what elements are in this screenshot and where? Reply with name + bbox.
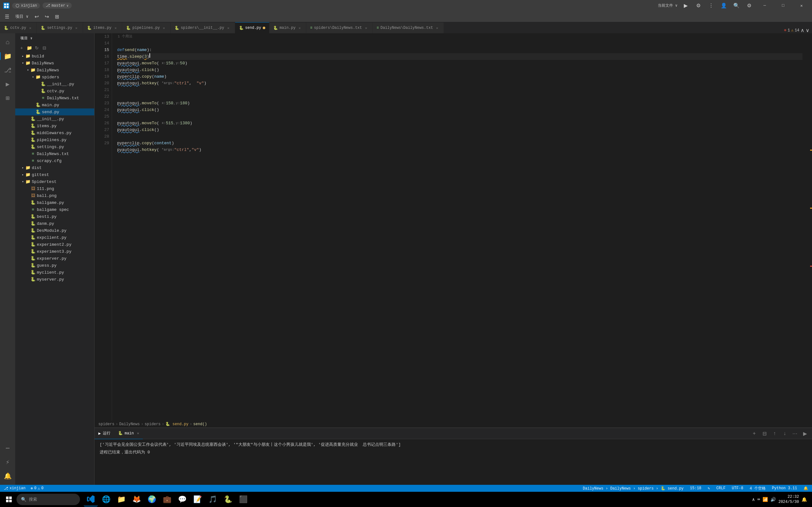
breadcrumb-item[interactable]: spiders [98,422,114,427]
status-line-ending[interactable]: CRLF [715,485,727,492]
tree-item[interactable]: 🐍settings.py [15,143,94,150]
tree-item[interactable]: 🐍ballgame.py [15,199,94,206]
project-label[interactable]: 项目 ∨ [13,14,31,19]
tab-close-btn[interactable]: ✕ [297,25,302,31]
tree-item[interactable]: 🐍besti.py [15,213,94,220]
maximize-button[interactable]: □ [776,0,791,11]
tab-items[interactable]: 🐍 items.py ✕ [83,22,122,33]
status-indent[interactable]: 4 个空格 [748,485,767,492]
current-file-label[interactable]: 当前文件 ∨ [658,3,677,8]
status-notifications-icon[interactable]: 🔔 [802,485,809,492]
tree-item[interactable]: ≡DailyNews.txt [15,95,94,102]
tab-main[interactable]: 🐍 main.py ✕ [269,22,306,33]
tree-item[interactable]: 🐍experiment3.py [15,248,94,255]
workspace-name[interactable]: xinjian [12,3,40,9]
tray-up-arrow[interactable]: ∧ [752,497,755,502]
more-button[interactable]: ⋮ [707,1,716,10]
taskbar-app-python[interactable]: 🐍 [221,493,235,506]
tree-item[interactable]: 🐍guess.py [15,262,94,269]
status-git-branch[interactable]: ⎇ xinjian [3,485,27,492]
activity-remote[interactable]: ⚡ [1,456,14,468]
tab-dailynews[interactable]: ≡ DailyNews\DailyNews.txt ✕ [373,22,444,33]
status-language[interactable]: Python 3.11 [771,485,798,492]
taskbar-app-browser[interactable]: 🦊 [130,493,143,506]
tray-notifications[interactable]: 🔔 [802,497,807,502]
tree-item[interactable]: 🐍__init__.py [15,115,94,122]
tree-item[interactable]: ≡ballgame spec [15,206,94,213]
global-search-button[interactable]: 🔍 [732,1,741,10]
tree-item[interactable]: ≡scrapy.cfg [15,157,94,164]
account-button[interactable]: 👤 [719,1,728,10]
tree-item[interactable]: 🐍send.py [15,108,94,115]
tab-send[interactable]: 🐍 send.py [235,22,269,33]
tree-item[interactable]: 🐍pipelines.py [15,136,94,143]
new-folder-button[interactable]: 📁 [26,44,33,52]
tab-spiders_init[interactable]: 🐍 spiders\__init__.py ✕ [171,22,235,33]
tree-item[interactable]: 🐍main.py [15,102,94,108]
redo-button[interactable]: ↪ [43,12,51,21]
tree-item[interactable]: 🐍__init__.py [15,80,94,88]
taskbar-app-edge[interactable]: 🌐 [99,493,113,506]
sidebar-toggle-button[interactable]: ☰ [3,12,11,21]
tab-close-btn[interactable]: ✕ [28,25,33,31]
panel-run-button[interactable]: ▶ [801,429,809,438]
terminal-scroll-down[interactable]: ↓ [780,429,789,438]
terminal-scroll-up[interactable]: ↑ [770,429,779,438]
status-path[interactable]: DailyNews › DailyNews › spiders › 🐍 send… [581,485,685,492]
refresh-button[interactable]: ↻ [33,44,41,52]
tab-close-btn[interactable]: ✕ [74,25,79,31]
taskbar-app-terminal[interactable]: ⬛ [236,493,250,506]
status-encoding[interactable]: UTF-8 [730,485,745,492]
status-position[interactable]: 15:18 [689,485,703,492]
tray-keyboard[interactable]: ⌨ [757,497,760,502]
tree-item[interactable]: ▸📁build [15,53,94,60]
tree-item[interactable]: 🐍middlewares.py [15,129,94,136]
tree-item[interactable]: ▸📁gittest [15,171,94,178]
tree-item[interactable]: ▾📁DailyNews [15,60,94,67]
tree-item[interactable]: ▾📁DailyNews [15,67,94,73]
breadcrumb-spiders[interactable]: spiders [145,422,161,427]
tab-cctv[interactable]: 🐍 cctv.py ✕ [0,22,37,33]
taskbar-app-chat[interactable]: 💬 [175,493,189,506]
activity-more[interactable]: ⋯ [1,442,14,454]
tab-close-btn[interactable]: ✕ [435,25,440,31]
tray-wifi[interactable]: 📶 [762,497,768,502]
status-errors[interactable]: ⊗ 0 ⚠ 0 [29,485,45,492]
run-button[interactable]: ▶ [681,1,690,10]
taskbar-app-music[interactable]: 🎵 [206,493,219,506]
tab-close-btn[interactable]: ✕ [364,25,369,31]
close-button[interactable]: ✕ [794,0,809,11]
taskbar-app-word[interactable]: 📝 [190,493,204,506]
minimize-button[interactable]: ─ [757,0,772,11]
breadcrumb-dailynews[interactable]: DailyNews [119,422,140,427]
tree-item[interactable]: 🐍myserver.py [15,276,94,283]
panel-chevron-up[interactable]: ∧ [801,27,804,33]
collapse-all-button[interactable]: ⊟ [41,44,48,52]
minimap-scrollbar[interactable] [808,33,812,421]
undo-button[interactable]: ↩ [32,12,41,21]
terminal-split-button[interactable]: ⊟ [760,429,769,438]
activity-source-control[interactable]: ⎇ [1,64,14,76]
branch-selector[interactable]: ⎇ master ∨ [43,3,71,9]
tree-item[interactable]: 🐍items.py [15,122,94,129]
panel-chevron-down[interactable]: ∨ [806,27,809,33]
tree-item[interactable]: ▸📁dist [15,164,94,171]
breadcrumb-file[interactable]: 🐍 send.py [165,422,189,427]
start-button[interactable] [3,493,15,506]
breadcrumb-send-fn[interactable]: send() [193,422,207,427]
tab-settings[interactable]: 🐍 settings.py ✕ [37,22,83,33]
activity-explorer[interactable]: 📁 [1,50,14,62]
taskbar-search-bar[interactable]: 🔍 搜索 [16,494,80,505]
activity-extensions[interactable]: ⊞ [1,92,14,104]
tree-item[interactable]: 🖼ball.png [15,192,94,199]
activity-notifications[interactable]: 🔔 [1,469,14,482]
tree-item[interactable]: ▾📁spiders [15,73,94,80]
tab-close-btn[interactable]: ✕ [113,25,118,31]
taskbar-app-vscode[interactable] [84,493,98,506]
taskbar-app-ie[interactable]: 🌍 [145,493,159,506]
tree-item[interactable]: 🐍myclient.py [15,269,94,276]
tree-item[interactable]: ≡DailyNews.txt [15,150,94,157]
tree-item[interactable]: 🐍expclient.py [15,234,94,241]
terminal-content[interactable]: ['习近平会见全国公安工作会议代表', '习近平同埃及总统塞西会谈', '"大朋… [95,439,812,485]
tab-close-btn[interactable]: ✕ [161,25,166,31]
